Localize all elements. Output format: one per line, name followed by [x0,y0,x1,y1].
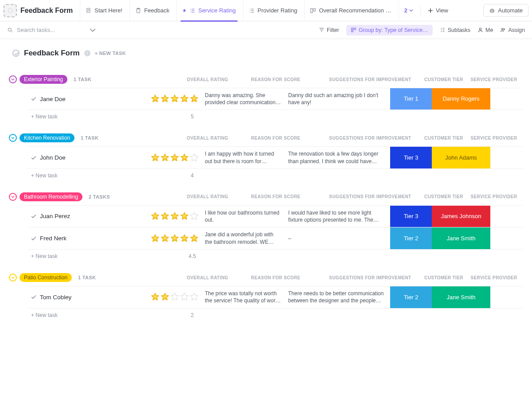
svg-rect-1 [87,8,90,12]
cell-provider[interactable]: James Johnson [432,206,490,227]
cell-provider[interactable]: Jane Smith [432,227,490,249]
group-header: Kitchen Renovation1 TASKOVERALL RATINGRE… [9,132,523,144]
new-task-button[interactable]: + New task [31,113,58,120]
status-circle-icon[interactable] [12,50,20,57]
hidden-views-count[interactable]: 2 [399,0,419,21]
cell-suggestions[interactable]: Danny did such an amazing job I don't ha… [285,88,390,110]
col-header-tier[interactable]: CUSTOMER TIER [423,275,465,280]
automate-button[interactable]: Automate [483,4,528,17]
cell-rating[interactable] [148,147,201,168]
tab-overall-recommendation-[interactable]: Overall Recommendation … [304,0,396,21]
cell-rating[interactable] [148,88,201,110]
cell-provider[interactable]: Jane Smith [432,286,490,308]
rating-stars[interactable] [150,234,199,243]
new-task-button[interactable]: + New task [31,312,58,318]
col-header-rating[interactable]: OVERALL RATING [181,77,234,82]
col-header-rating[interactable]: OVERALL RATING [181,136,234,141]
col-header-suggestions[interactable]: SUGGESTIONS FOR IMPROVEMENT [317,136,423,141]
cell-tier[interactable]: Tier 2 [390,227,432,249]
cell-reason[interactable]: Danny was amazing. She provided clear co… [201,88,285,110]
task-row[interactable]: Juan PerezI like how our bathrooms turne… [27,205,523,227]
col-header-tier[interactable]: CUSTOMER TIER [423,194,465,199]
rating-stars[interactable] [150,153,199,163]
cell-reason[interactable]: The price was totally not worth the serv… [201,286,285,308]
col-header-reason[interactable]: REASON FOR SCORE [234,136,317,141]
new-task-button[interactable]: + New task [31,172,58,179]
group-header: Patio Construction1 TASKOVERALL RATINGRE… [9,272,523,283]
collapse-toggle[interactable] [9,134,17,142]
task-row[interactable]: Fred NerkJane did a wonderful job with t… [27,227,523,250]
col-header-suggestions[interactable]: SUGGESTIONS FOR IMPROVEMENT [317,194,423,199]
new-task-button[interactable]: + New task [31,253,58,259]
task-name[interactable]: Jane Doe [40,88,148,110]
cell-rating[interactable] [148,227,201,249]
col-header-provider[interactable]: SERVICE PROVIDER [465,275,523,280]
cell-reason[interactable]: Jane did a wonderful job with the bathro… [201,227,285,249]
col-header-suggestions[interactable]: SUGGESTIONS FOR IMPROVEMENT [317,275,423,280]
tab-provider-rating[interactable]: Provider Rating [243,0,303,21]
cell-tier[interactable]: Tier 1 [390,88,432,110]
task-name[interactable]: Tom Cobley [40,286,148,308]
task-status-toggle[interactable] [27,147,40,168]
rating-stars[interactable] [150,211,199,221]
cell-provider[interactable]: John Adams [432,147,490,168]
group-pill[interactable]: Exterior Painting [20,75,67,84]
cell-tier[interactable]: Tier 3 [390,147,432,168]
cell-suggestions[interactable]: The renovation took a few days longer th… [285,147,390,168]
task-status-toggle[interactable] [27,227,40,249]
rating-stars[interactable] [150,292,199,302]
add-view-button[interactable]: View [422,7,454,14]
col-header-tier[interactable]: CUSTOMER TIER [423,136,465,141]
group-icon [351,27,356,33]
col-header-tier[interactable]: CUSTOMER TIER [423,77,465,82]
collapse-toggle[interactable] [9,75,17,83]
search-input[interactable]: Search tasks... [7,27,96,33]
col-header-provider[interactable]: SERVICE PROVIDER [465,77,523,82]
cell-provider[interactable]: Danny Rogers [432,88,490,110]
cell-rating[interactable] [148,206,201,227]
new-task-header-button[interactable]: + NEW TASK [95,51,126,56]
task-name[interactable]: John Doe [40,147,148,168]
cell-rating[interactable] [148,286,201,308]
tab-feedback[interactable]: Feedback [129,0,175,21]
group-pill[interactable]: Bathroom Remodelling [20,192,82,201]
collapse-toggle[interactable] [9,274,17,282]
group-pill[interactable]: Kitchen Renovation [20,133,74,142]
col-header-suggestions[interactable]: SUGGESTIONS FOR IMPROVEMENT [317,77,423,82]
cell-tier[interactable]: Tier 2 [390,286,432,308]
collapse-toggle[interactable] [9,193,17,201]
tab-start-here-[interactable]: Start Here! [80,0,128,21]
tab-service-rating[interactable]: Service Rating [176,0,241,21]
rating-stars[interactable] [150,94,199,104]
cell-reason[interactable]: I am happy with how it turned out but th… [201,147,285,168]
col-header-provider[interactable]: SERVICE PROVIDER [465,194,523,199]
group-header: Bathroom Remodelling2 TASKSOVERALL RATIN… [9,191,523,203]
col-header-rating[interactable]: OVERALL RATING [181,194,234,199]
col-header-reason[interactable]: REASON FOR SCORE [234,194,317,199]
col-header-rating[interactable]: OVERALL RATING [181,275,234,280]
task-name[interactable]: Juan Perez [40,206,148,227]
col-header-provider[interactable]: SERVICE PROVIDER [465,136,523,141]
cell-reason[interactable]: I like how our bathrooms turned out. [201,206,285,227]
task-name[interactable]: Fred Nerk [40,227,148,249]
group-by-button[interactable]: Group by: Type of Service… [346,25,433,35]
task-row[interactable]: Tom CobleyThe price was totally not wort… [27,286,523,308]
info-icon[interactable]: i [84,50,90,56]
cell-tier[interactable]: Tier 3 [390,206,432,227]
me-button[interactable]: Me [477,27,493,33]
task-status-toggle[interactable] [27,206,40,227]
star-icon [150,153,160,163]
cell-suggestions[interactable]: – [285,227,390,249]
task-status-toggle[interactable] [27,88,40,110]
task-row[interactable]: John DoeI am happy with how it turned ou… [27,146,523,168]
cell-suggestions[interactable]: There needs to be better communication b… [285,286,390,308]
subtasks-button[interactable]: Subtasks [440,27,470,33]
task-row[interactable]: Jane DoeDanny was amazing. She provided … [27,88,523,110]
filter-button[interactable]: Filter [319,27,339,33]
cell-suggestions[interactable]: I would have liked to see more light fix… [285,206,390,227]
task-status-toggle[interactable] [27,286,40,308]
col-header-reason[interactable]: REASON FOR SCORE [234,275,317,280]
group-pill[interactable]: Patio Construction [20,273,72,282]
col-header-reason[interactable]: REASON FOR SCORE [234,77,317,82]
assign-button[interactable]: Assign [500,27,525,33]
